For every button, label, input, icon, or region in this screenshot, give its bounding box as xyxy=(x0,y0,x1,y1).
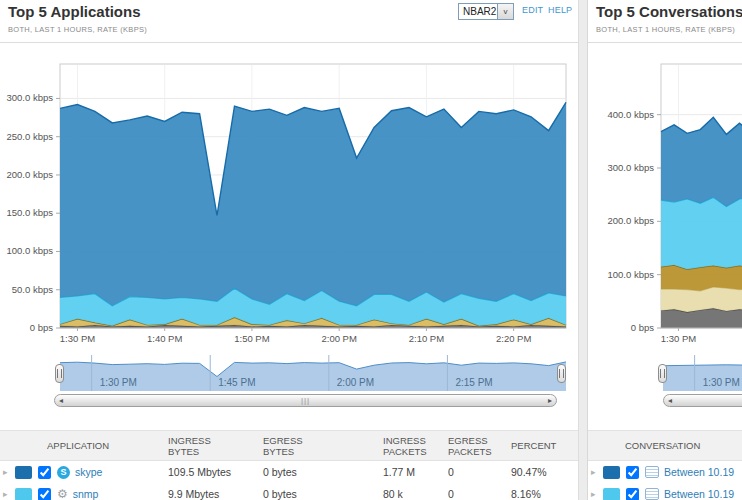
conversations-header: Top 5 Conversations BOTH, LAST 1 HOURS, … xyxy=(588,0,742,43)
conversation-link[interactable]: Between 10.19 xyxy=(664,466,734,478)
x-axis-label: 1:30 PM xyxy=(60,333,95,344)
x-axis-label: 2:10 PM xyxy=(409,333,444,344)
y-axis-label: 250.0 kbps xyxy=(7,131,54,142)
applications-header: Top 5 Applications BOTH, LAST 1 HOURS, R… xyxy=(0,0,578,43)
horizontal-scrollbar[interactable]: ◂ ||| ▸ xyxy=(663,394,742,407)
range-handle-right[interactable] xyxy=(557,364,566,383)
series-color-swatch xyxy=(15,488,32,500)
column-header-conversation: CONVERSATION xyxy=(588,440,742,451)
y-axis-label: 400.0 kbps xyxy=(608,109,655,120)
y-axis-label: 100.0 kbps xyxy=(608,269,655,280)
conversation-icon xyxy=(645,488,659,500)
conversations-table: CONVERSATION ▸ Between 10.19 ▸ Between xyxy=(588,430,742,500)
applications-table: APPLICATION INGRESS BYTES EGRESS BYTES I… xyxy=(0,430,578,500)
percent-value: 90.47% xyxy=(508,466,578,478)
application-link[interactable]: snmp xyxy=(73,488,99,500)
y-axis-label: 0 bps xyxy=(30,322,53,333)
series-color-swatch xyxy=(15,466,32,479)
chart-subtitle: BOTH, LAST 1 HOURS, RATE (KBPS) xyxy=(596,25,735,34)
table-header: CONVERSATION xyxy=(588,430,742,461)
series-area-conversation-5 xyxy=(661,308,742,328)
y-axis-label: 200.0 kbps xyxy=(608,215,655,226)
skype-icon: S xyxy=(57,466,70,479)
ingress-bytes-value: 109.5 Mbytes xyxy=(165,466,260,478)
horizontal-scrollbar[interactable]: ◂ ||| ▸ xyxy=(54,394,557,407)
x-axis-label: 1:30 PM xyxy=(661,333,696,344)
scroll-left-icon[interactable]: ◂ xyxy=(59,395,63,406)
series-area-conversation-3 xyxy=(661,265,742,291)
expand-caret-icon[interactable]: ▸ xyxy=(3,489,12,499)
x-axis-label: 2:20 PM xyxy=(496,333,531,344)
top-applications-panel: 300.0 kbps250.0 kbps200.0 kbps150.0 kbps… xyxy=(0,0,579,500)
table-row: ▸ Between 10.19 xyxy=(588,483,742,500)
y-axis-label: 0 bps xyxy=(631,322,654,333)
y-axis-label: 50.0 kbps xyxy=(12,284,53,295)
conversation-icon xyxy=(645,466,659,478)
column-header-percent: PERCENT xyxy=(508,440,578,451)
nbar2-dropdown[interactable]: NBAR2 v xyxy=(458,3,514,20)
time-range-selector[interactable] xyxy=(60,356,566,392)
egress-packets-value: 0 xyxy=(445,488,508,500)
page-title: Top 5 Applications xyxy=(8,3,141,20)
gear-icon: ⚙ xyxy=(57,488,68,500)
scroll-right-icon[interactable]: ▸ xyxy=(548,395,552,406)
top-conversations-panel: 400.0 kbps300.0 kbps200.0 kbps100.0 kbps… xyxy=(588,0,742,500)
expand-caret-icon[interactable]: ▸ xyxy=(3,467,12,477)
chevron-down-icon: v xyxy=(497,4,513,19)
table-row: ▸ Between 10.19 xyxy=(588,461,742,483)
application-link[interactable]: skype xyxy=(75,466,102,478)
y-axis-label: 150.0 kbps xyxy=(7,207,54,218)
ingress-packets-value: 1.77 M xyxy=(380,466,445,478)
y-axis-label: 100.0 kbps xyxy=(7,245,54,256)
series-color-swatch xyxy=(603,466,620,479)
chart-subtitle: BOTH, LAST 1 HOURS, RATE (KBPS) xyxy=(8,25,147,34)
panel-divider xyxy=(579,0,588,500)
series-checkbox[interactable] xyxy=(626,488,639,500)
table-header: APPLICATION INGRESS BYTES EGRESS BYTES I… xyxy=(0,430,578,461)
dropdown-value: NBAR2 xyxy=(459,6,496,17)
table-row: ▸ ⚙ snmp 9.9 Mbytes 0 bytes 80 k 0 8.16% xyxy=(0,483,578,500)
series-checkbox[interactable] xyxy=(38,488,51,500)
column-header-ingress-packets: INGRESS PACKETS xyxy=(380,435,445,457)
series-area-skype xyxy=(60,102,566,305)
conversation-link[interactable]: Between 10.19 xyxy=(664,488,734,500)
x-axis-label: 1:40 PM xyxy=(147,333,182,344)
applications-chart: 300.0 kbps250.0 kbps200.0 kbps150.0 kbps… xyxy=(0,0,578,500)
series-color-swatch xyxy=(603,488,620,500)
y-axis-label: 200.0 kbps xyxy=(7,169,54,180)
range-handle-left[interactable] xyxy=(658,364,667,383)
egress-packets-value: 0 xyxy=(445,466,508,478)
page-title: Top 5 Conversations xyxy=(596,3,742,20)
column-header-ingress-bytes: INGRESS BYTES xyxy=(165,435,260,457)
y-axis-label: 300.0 kbps xyxy=(608,162,655,173)
ingress-bytes-value: 9.9 Mbytes xyxy=(165,488,260,500)
ingress-packets-value: 80 k xyxy=(380,488,445,500)
percent-value: 8.16% xyxy=(508,488,578,500)
scroll-left-icon[interactable]: ◂ xyxy=(668,395,672,406)
series-area-conversation-2 xyxy=(661,197,742,269)
edit-link[interactable]: EDIT xyxy=(522,5,543,15)
egress-bytes-value: 0 bytes xyxy=(260,466,380,478)
expand-caret-icon[interactable]: ▸ xyxy=(591,467,600,477)
series-checkbox[interactable] xyxy=(38,466,51,479)
conversations-chart: 400.0 kbps300.0 kbps200.0 kbps100.0 kbps… xyxy=(588,0,742,500)
table-row: ▸ S skype 109.5 Mbytes 0 bytes 1.77 M 0 … xyxy=(0,461,578,483)
expand-caret-icon[interactable]: ▸ xyxy=(591,489,600,499)
series-checkbox[interactable] xyxy=(626,466,639,479)
time-range-selector[interactable] xyxy=(663,356,742,392)
y-axis-label: 300.0 kbps xyxy=(7,92,54,103)
column-header-egress-packets: EGRESS PACKETS xyxy=(445,435,508,457)
egress-bytes-value: 0 bytes xyxy=(260,488,380,500)
column-header-egress-bytes: EGRESS BYTES xyxy=(260,435,380,457)
range-handle-left[interactable] xyxy=(55,364,64,383)
help-link[interactable]: HELP xyxy=(548,5,572,15)
column-header-application: APPLICATION xyxy=(0,440,165,451)
x-axis-label: 1:50 PM xyxy=(234,333,269,344)
x-axis-label: 2:00 PM xyxy=(321,333,356,344)
scrollbar-grip[interactable]: ||| xyxy=(301,395,310,406)
